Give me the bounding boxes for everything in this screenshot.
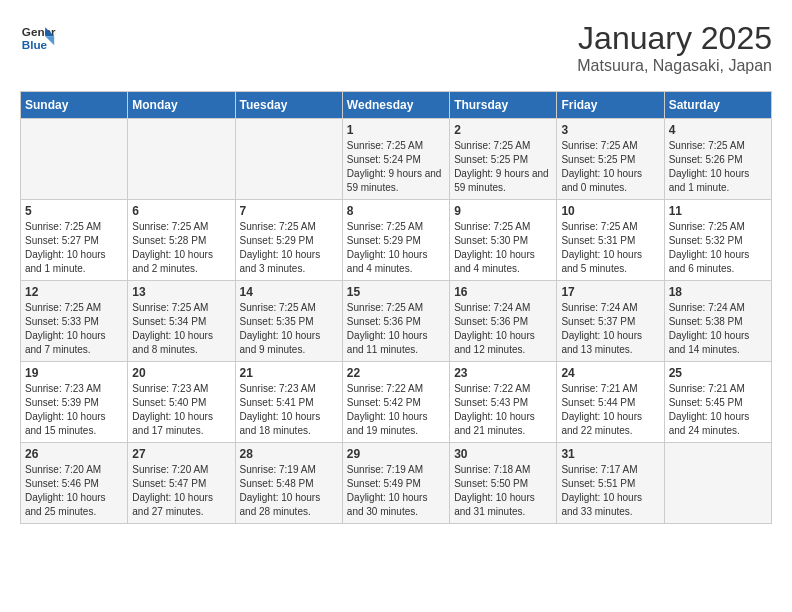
- calendar-cell: 8Sunrise: 7:25 AM Sunset: 5:29 PM Daylig…: [342, 200, 449, 281]
- page-title: January 2025: [577, 20, 772, 57]
- calendar-cell: 6Sunrise: 7:25 AM Sunset: 5:28 PM Daylig…: [128, 200, 235, 281]
- calendar-cell: 5Sunrise: 7:25 AM Sunset: 5:27 PM Daylig…: [21, 200, 128, 281]
- calendar-cell: 9Sunrise: 7:25 AM Sunset: 5:30 PM Daylig…: [450, 200, 557, 281]
- calendar-cell: 22Sunrise: 7:22 AM Sunset: 5:42 PM Dayli…: [342, 362, 449, 443]
- day-number: 26: [25, 447, 123, 461]
- calendar-cell: 13Sunrise: 7:25 AM Sunset: 5:34 PM Dayli…: [128, 281, 235, 362]
- calendar-cell: 17Sunrise: 7:24 AM Sunset: 5:37 PM Dayli…: [557, 281, 664, 362]
- day-info: Sunrise: 7:24 AM Sunset: 5:36 PM Dayligh…: [454, 301, 552, 357]
- day-info: Sunrise: 7:25 AM Sunset: 5:25 PM Dayligh…: [561, 139, 659, 195]
- calendar-cell: 30Sunrise: 7:18 AM Sunset: 5:50 PM Dayli…: [450, 443, 557, 524]
- day-info: Sunrise: 7:25 AM Sunset: 5:35 PM Dayligh…: [240, 301, 338, 357]
- day-info: Sunrise: 7:25 AM Sunset: 5:30 PM Dayligh…: [454, 220, 552, 276]
- day-info: Sunrise: 7:25 AM Sunset: 5:33 PM Dayligh…: [25, 301, 123, 357]
- day-info: Sunrise: 7:24 AM Sunset: 5:37 PM Dayligh…: [561, 301, 659, 357]
- day-info: Sunrise: 7:25 AM Sunset: 5:27 PM Dayligh…: [25, 220, 123, 276]
- day-number: 29: [347, 447, 445, 461]
- day-info: Sunrise: 7:23 AM Sunset: 5:39 PM Dayligh…: [25, 382, 123, 438]
- svg-text:Blue: Blue: [22, 38, 48, 51]
- day-number: 30: [454, 447, 552, 461]
- calendar-day-header: Monday: [128, 92, 235, 119]
- calendar-cell: 26Sunrise: 7:20 AM Sunset: 5:46 PM Dayli…: [21, 443, 128, 524]
- calendar-cell: 4Sunrise: 7:25 AM Sunset: 5:26 PM Daylig…: [664, 119, 771, 200]
- calendar-header-row: SundayMondayTuesdayWednesdayThursdayFrid…: [21, 92, 772, 119]
- day-number: 25: [669, 366, 767, 380]
- day-info: Sunrise: 7:25 AM Sunset: 5:34 PM Dayligh…: [132, 301, 230, 357]
- calendar-day-header: Saturday: [664, 92, 771, 119]
- day-number: 4: [669, 123, 767, 137]
- title-block: January 2025 Matsuura, Nagasaki, Japan: [577, 20, 772, 75]
- calendar-day-header: Wednesday: [342, 92, 449, 119]
- day-info: Sunrise: 7:25 AM Sunset: 5:25 PM Dayligh…: [454, 139, 552, 195]
- page-header: General Blue January 2025 Matsuura, Naga…: [20, 20, 772, 75]
- calendar-cell: 29Sunrise: 7:19 AM Sunset: 5:49 PM Dayli…: [342, 443, 449, 524]
- day-info: Sunrise: 7:22 AM Sunset: 5:43 PM Dayligh…: [454, 382, 552, 438]
- day-number: 10: [561, 204, 659, 218]
- calendar-cell: 28Sunrise: 7:19 AM Sunset: 5:48 PM Dayli…: [235, 443, 342, 524]
- day-info: Sunrise: 7:25 AM Sunset: 5:29 PM Dayligh…: [240, 220, 338, 276]
- day-number: 14: [240, 285, 338, 299]
- day-info: Sunrise: 7:25 AM Sunset: 5:32 PM Dayligh…: [669, 220, 767, 276]
- day-info: Sunrise: 7:23 AM Sunset: 5:40 PM Dayligh…: [132, 382, 230, 438]
- day-info: Sunrise: 7:20 AM Sunset: 5:47 PM Dayligh…: [132, 463, 230, 519]
- calendar-cell: 2Sunrise: 7:25 AM Sunset: 5:25 PM Daylig…: [450, 119, 557, 200]
- day-number: 21: [240, 366, 338, 380]
- calendar-day-header: Friday: [557, 92, 664, 119]
- day-info: Sunrise: 7:18 AM Sunset: 5:50 PM Dayligh…: [454, 463, 552, 519]
- day-info: Sunrise: 7:21 AM Sunset: 5:44 PM Dayligh…: [561, 382, 659, 438]
- logo: General Blue: [20, 20, 56, 56]
- calendar-cell: 23Sunrise: 7:22 AM Sunset: 5:43 PM Dayli…: [450, 362, 557, 443]
- calendar-cell: 21Sunrise: 7:23 AM Sunset: 5:41 PM Dayli…: [235, 362, 342, 443]
- calendar-day-header: Tuesday: [235, 92, 342, 119]
- day-info: Sunrise: 7:25 AM Sunset: 5:24 PM Dayligh…: [347, 139, 445, 195]
- calendar-cell: 24Sunrise: 7:21 AM Sunset: 5:44 PM Dayli…: [557, 362, 664, 443]
- day-info: Sunrise: 7:17 AM Sunset: 5:51 PM Dayligh…: [561, 463, 659, 519]
- day-info: Sunrise: 7:25 AM Sunset: 5:26 PM Dayligh…: [669, 139, 767, 195]
- day-info: Sunrise: 7:25 AM Sunset: 5:36 PM Dayligh…: [347, 301, 445, 357]
- day-number: 9: [454, 204, 552, 218]
- calendar-cell: [664, 443, 771, 524]
- day-info: Sunrise: 7:19 AM Sunset: 5:48 PM Dayligh…: [240, 463, 338, 519]
- calendar-day-header: Sunday: [21, 92, 128, 119]
- calendar-cell: 11Sunrise: 7:25 AM Sunset: 5:32 PM Dayli…: [664, 200, 771, 281]
- calendar-cell: 10Sunrise: 7:25 AM Sunset: 5:31 PM Dayli…: [557, 200, 664, 281]
- calendar-cell: 12Sunrise: 7:25 AM Sunset: 5:33 PM Dayli…: [21, 281, 128, 362]
- day-number: 5: [25, 204, 123, 218]
- calendar-cell: 20Sunrise: 7:23 AM Sunset: 5:40 PM Dayli…: [128, 362, 235, 443]
- day-number: 1: [347, 123, 445, 137]
- day-number: 3: [561, 123, 659, 137]
- day-info: Sunrise: 7:25 AM Sunset: 5:31 PM Dayligh…: [561, 220, 659, 276]
- day-number: 15: [347, 285, 445, 299]
- day-number: 16: [454, 285, 552, 299]
- day-info: Sunrise: 7:22 AM Sunset: 5:42 PM Dayligh…: [347, 382, 445, 438]
- day-number: 23: [454, 366, 552, 380]
- calendar-cell: 18Sunrise: 7:24 AM Sunset: 5:38 PM Dayli…: [664, 281, 771, 362]
- calendar-cell: 16Sunrise: 7:24 AM Sunset: 5:36 PM Dayli…: [450, 281, 557, 362]
- day-info: Sunrise: 7:25 AM Sunset: 5:28 PM Dayligh…: [132, 220, 230, 276]
- page-subtitle: Matsuura, Nagasaki, Japan: [577, 57, 772, 75]
- day-number: 31: [561, 447, 659, 461]
- calendar-week-row: 26Sunrise: 7:20 AM Sunset: 5:46 PM Dayli…: [21, 443, 772, 524]
- calendar-week-row: 5Sunrise: 7:25 AM Sunset: 5:27 PM Daylig…: [21, 200, 772, 281]
- day-number: 11: [669, 204, 767, 218]
- day-number: 17: [561, 285, 659, 299]
- calendar-cell: 14Sunrise: 7:25 AM Sunset: 5:35 PM Dayli…: [235, 281, 342, 362]
- calendar-week-row: 12Sunrise: 7:25 AM Sunset: 5:33 PM Dayli…: [21, 281, 772, 362]
- calendar-cell: 7Sunrise: 7:25 AM Sunset: 5:29 PM Daylig…: [235, 200, 342, 281]
- day-number: 22: [347, 366, 445, 380]
- day-number: 28: [240, 447, 338, 461]
- calendar-week-row: 1Sunrise: 7:25 AM Sunset: 5:24 PM Daylig…: [21, 119, 772, 200]
- day-number: 6: [132, 204, 230, 218]
- day-number: 13: [132, 285, 230, 299]
- day-info: Sunrise: 7:21 AM Sunset: 5:45 PM Dayligh…: [669, 382, 767, 438]
- calendar-cell: [21, 119, 128, 200]
- day-number: 2: [454, 123, 552, 137]
- day-info: Sunrise: 7:20 AM Sunset: 5:46 PM Dayligh…: [25, 463, 123, 519]
- day-number: 27: [132, 447, 230, 461]
- day-info: Sunrise: 7:25 AM Sunset: 5:29 PM Dayligh…: [347, 220, 445, 276]
- calendar-cell: 1Sunrise: 7:25 AM Sunset: 5:24 PM Daylig…: [342, 119, 449, 200]
- day-info: Sunrise: 7:23 AM Sunset: 5:41 PM Dayligh…: [240, 382, 338, 438]
- day-number: 12: [25, 285, 123, 299]
- day-number: 18: [669, 285, 767, 299]
- logo-icon: General Blue: [20, 20, 56, 56]
